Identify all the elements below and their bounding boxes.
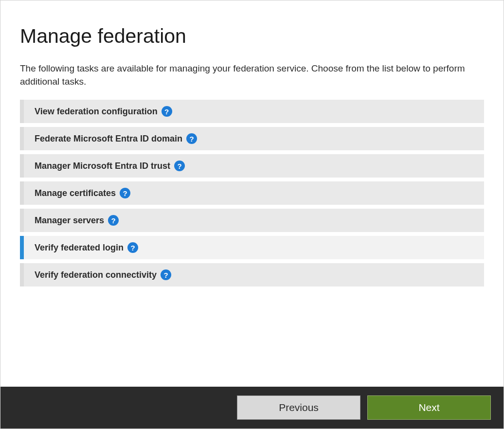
task-accent-bar	[20, 154, 24, 178]
previous-button[interactable]: Previous	[237, 395, 360, 420]
help-icon[interactable]: ?	[108, 215, 119, 226]
task-verify-federated-login[interactable]: Verify federated login ?	[20, 236, 484, 259]
next-button[interactable]: Next	[367, 395, 491, 420]
help-icon[interactable]: ?	[186, 133, 197, 144]
help-icon[interactable]: ?	[161, 269, 171, 280]
wizard-content: Manage federation The following tasks ar…	[0, 0, 504, 387]
help-icon[interactable]: ?	[120, 188, 130, 198]
task-view-federation-configuration[interactable]: View federation configuration ?	[20, 100, 484, 123]
task-list: View federation configuration ? Federate…	[20, 100, 484, 286]
task-label: Manager servers	[24, 215, 104, 226]
task-accent-bar	[20, 263, 24, 286]
task-label: Manager Microsoft Entra ID trust	[24, 161, 170, 171]
task-label: Manage certificates	[24, 188, 116, 198]
task-manage-entra-id-trust[interactable]: Manager Microsoft Entra ID trust ?	[20, 154, 484, 178]
help-icon[interactable]: ?	[162, 106, 172, 117]
task-label: View federation configuration	[24, 107, 158, 117]
task-manage-certificates[interactable]: Manage certificates ?	[20, 181, 484, 205]
task-label: Verify federation connectivity	[24, 270, 157, 280]
task-manage-servers[interactable]: Manager servers ?	[20, 209, 484, 232]
task-label: Verify federated login	[24, 243, 124, 253]
page-description: The following tasks are available for ma…	[20, 62, 484, 88]
task-accent-bar	[20, 181, 24, 205]
task-accent-bar	[20, 127, 24, 150]
task-accent-bar	[20, 209, 24, 232]
task-verify-federation-connectivity[interactable]: Verify federation connectivity ?	[20, 263, 484, 286]
task-accent-bar	[20, 236, 24, 259]
help-icon[interactable]: ?	[174, 161, 185, 171]
task-accent-bar	[20, 100, 24, 123]
wizard-footer: Previous Next	[0, 387, 504, 429]
help-icon[interactable]: ?	[127, 242, 138, 253]
task-federate-entra-id-domain[interactable]: Federate Microsoft Entra ID domain ?	[20, 127, 484, 150]
task-label: Federate Microsoft Entra ID domain	[24, 134, 182, 144]
page-title: Manage federation	[20, 25, 484, 48]
